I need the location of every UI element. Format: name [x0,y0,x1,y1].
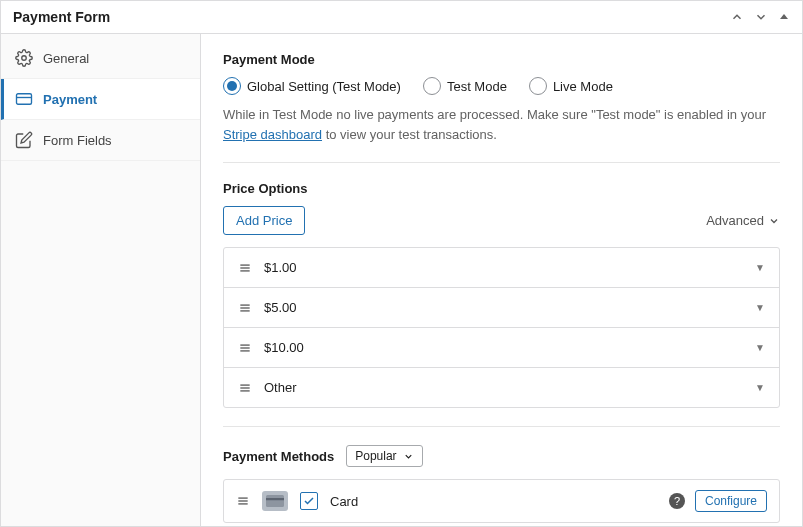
payment-mode-help: While in Test Mode no live payments are … [223,105,780,144]
panel-header: Payment Form [1,1,802,34]
radio-global-setting[interactable]: Global Setting (Test Mode) [223,77,401,95]
panel-header-controls [730,10,790,24]
panel-title: Payment Form [13,9,110,25]
price-label: Other [264,380,297,395]
drag-handle-icon[interactable] [236,494,250,508]
drag-handle-icon[interactable] [238,301,252,315]
radio-icon [423,77,441,95]
svg-rect-20 [266,498,284,500]
collapse-icon[interactable] [778,11,790,23]
sidebar: General Payment Form Fields [1,34,201,526]
price-options-title: Price Options [223,181,780,196]
payment-method-row: Card ? Configure [223,479,780,523]
stripe-dashboard-link[interactable]: Stripe dashboard [223,127,322,142]
configure-button[interactable]: Configure [695,490,767,512]
drag-handle-icon[interactable] [238,341,252,355]
caret-down-icon: ▼ [755,342,765,353]
radio-icon [529,77,547,95]
radio-icon [223,77,241,95]
chevron-down-icon [403,451,414,462]
payment-methods-title: Payment Methods [223,449,334,464]
payment-form-panel: Payment Form General [0,0,803,527]
price-label: $5.00 [264,300,297,315]
sidebar-item-general[interactable]: General [1,38,200,79]
help-icon[interactable]: ? [669,493,685,509]
svg-rect-2 [17,94,32,105]
caret-down-icon: ▼ [755,262,765,273]
caret-down-icon: ▼ [755,302,765,313]
sidebar-item-payment[interactable]: Payment [1,79,200,120]
radio-live-mode[interactable]: Live Mode [529,77,613,95]
price-label: $10.00 [264,340,304,355]
radio-label: Global Setting (Test Mode) [247,79,401,94]
advanced-label: Advanced [706,213,764,228]
drag-handle-icon[interactable] [238,261,252,275]
card-brand-icon [262,491,288,511]
svg-rect-19 [266,495,284,507]
method-enabled-checkbox[interactable] [300,492,318,510]
advanced-toggle[interactable]: Advanced [706,213,780,228]
divider [223,426,780,427]
chevron-up-icon[interactable] [730,10,744,24]
payment-mode-title: Payment Mode [223,52,780,67]
sidebar-item-label: General [43,51,89,66]
payment-methods-filter[interactable]: Popular [346,445,422,467]
method-label: Card [330,494,358,509]
edit-icon [15,131,33,149]
credit-card-icon [15,90,33,108]
panel-body: General Payment Form Fields Payment Mode [1,34,802,526]
svg-point-1 [22,56,27,61]
add-price-button[interactable]: Add Price [223,206,305,235]
price-item[interactable]: $1.00 ▼ [224,248,779,288]
help-text-suffix: to view your test transactions. [322,127,497,142]
drag-handle-icon[interactable] [238,381,252,395]
sidebar-item-label: Payment [43,92,97,107]
chevron-down-icon [768,215,780,227]
price-item[interactable]: $5.00 ▼ [224,288,779,328]
radio-label: Live Mode [553,79,613,94]
main-content: Payment Mode Global Setting (Test Mode) … [201,34,802,526]
divider [223,162,780,163]
gear-icon [15,49,33,67]
caret-down-icon: ▼ [755,382,765,393]
chevron-down-icon[interactable] [754,10,768,24]
radio-label: Test Mode [447,79,507,94]
price-item[interactable]: $10.00 ▼ [224,328,779,368]
price-options-toolbar: Add Price Advanced [223,206,780,235]
radio-test-mode[interactable]: Test Mode [423,77,507,95]
sidebar-item-form-fields[interactable]: Form Fields [1,120,200,161]
filter-label: Popular [355,449,396,463]
help-text-prefix: While in Test Mode no live payments are … [223,107,766,122]
price-list: $1.00 ▼ $5.00 ▼ [223,247,780,408]
payment-mode-options: Global Setting (Test Mode) Test Mode Liv… [223,77,780,95]
svg-marker-0 [780,14,788,19]
sidebar-item-label: Form Fields [43,133,112,148]
price-label: $1.00 [264,260,297,275]
payment-methods-header: Payment Methods Popular [223,445,780,467]
price-item[interactable]: Other ▼ [224,368,779,407]
